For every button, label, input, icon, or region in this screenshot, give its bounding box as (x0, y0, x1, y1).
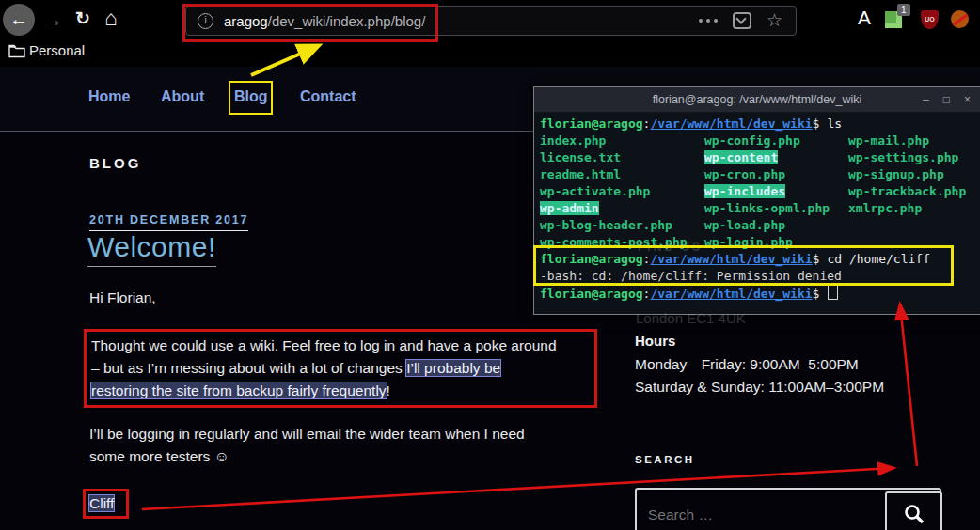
terminal-ls-row: wp-activate.phpwp-includeswp-trackback.p… (540, 183, 980, 200)
nav-about[interactable]: About (161, 88, 204, 105)
search-input[interactable] (637, 490, 885, 530)
terminal-cursor (828, 285, 838, 300)
signature-selected: Cliff (89, 495, 114, 511)
hours-weekday: Monday—Friday: 9:00AM–5:00PM (635, 353, 859, 376)
terminal-window[interactable]: florian@aragog: /var/www/html/dev_wiki –… (533, 86, 980, 315)
terminal-line-prompt-cd: florian@aragog:/var/www/html/dev_wiki$cd… (540, 251, 980, 268)
post-title-link[interactable]: Welcome! (87, 231, 216, 267)
extension-a-icon[interactable]: A (858, 7, 871, 29)
p2-line1: I’ll be logging in regularly and will em… (89, 426, 525, 442)
nav-contact[interactable]: Contact (300, 88, 356, 105)
window-close-icon[interactable]: × (964, 87, 971, 112)
p2-line2: some more testers ☺ (89, 448, 229, 464)
terminal-ls-row: license.txtwp-contentwp-settings.php (540, 149, 980, 166)
nav-blog[interactable]: Blog (234, 88, 268, 105)
post-date-link[interactable]: 20TH DECEMBER 2017 (89, 213, 248, 231)
bookmark-folder-icon (8, 44, 25, 62)
p1-line3-selected: restoring the site from backup fairly fr… (91, 382, 387, 398)
search-button[interactable] (885, 491, 942, 530)
terminal-body[interactable]: FIND US London EC1 4UK florian@aragog:/v… (534, 113, 980, 302)
url-text[interactable]: aragog/dev_wiki/index.php/blog/ (224, 13, 425, 29)
terminal-title: florian@aragog: /var/www/html/dev_wiki (653, 93, 862, 106)
paragraph-1: Thought we could use a wiki. Feel free t… (91, 335, 604, 402)
terminal-ls-row: readme.htmlwp-cron.phpwp-signup.php (540, 166, 980, 183)
terminal-line-error: -bash: cd: /home/cliff: Permission denie… (540, 268, 980, 285)
url-bar[interactable]: i aragog/dev_wiki/index.php/blog/ ☆ (185, 6, 797, 36)
bleedthrough-find-us: FIND US (638, 241, 703, 254)
reload-button[interactable]: ↻ (75, 8, 90, 29)
home-button[interactable]: ⌂ (104, 6, 118, 31)
terminal-ls-row: wp-adminwp-links-opml.phpxmlrpc.php (540, 200, 980, 217)
bleedthrough-address: London EC1 4UK (636, 310, 746, 326)
search-heading: SEARCH (635, 454, 695, 465)
section-heading: BLOG (89, 155, 141, 171)
hours-weekend: Saturday & Sunday: 11:00AM–3:00PM (635, 376, 884, 398)
p1-line3-post: ! (387, 382, 390, 398)
p1-line1: Thought we could use a wiki. Feel free t… (91, 337, 557, 353)
extension-badge: 1 (897, 4, 910, 16)
signature: Cliff (89, 492, 114, 515)
hours-heading: Hours (635, 333, 675, 349)
extension-blocker-icon[interactable] (951, 10, 969, 28)
greeting-text: Hi Florian, (89, 287, 156, 309)
terminal-ls-row: wp-comments-post.phpwp-login.php (540, 234, 980, 251)
terminal-ls-row: index.phpwp-config.phpwp-mail.php (540, 132, 980, 149)
terminal-line-prompt-ls: florian@aragog:/var/www/html/dev_wiki$ls (540, 116, 980, 132)
p1-line2-pre: – but as I’m messing about with a lot of… (91, 360, 406, 376)
terminal-line-prompt-idle: florian@aragog:/var/www/html/dev_wiki$ (540, 285, 980, 302)
screen: ← → ↻ ⌂ i aragog/dev_wiki/index.php/blog… (0, 0, 980, 530)
p1-line2-selected: I’ll probably be (406, 360, 500, 376)
window-minimize-icon[interactable]: – (923, 87, 929, 112)
terminal-ls-row: wp-blog-header.phpwp-load.php (540, 217, 980, 234)
ublock-origin-icon[interactable]: UO (921, 10, 939, 29)
bookmark-personal[interactable]: Personal (29, 42, 85, 58)
url-path: /dev_wiki/index.php/blog/ (268, 13, 426, 29)
paragraph-2: I’ll be logging in regularly and will em… (89, 423, 602, 468)
site-info-icon[interactable]: i (198, 13, 213, 29)
forward-button[interactable]: → (43, 8, 63, 31)
url-host: aragog (224, 13, 268, 29)
terminal-titlebar[interactable]: florian@aragog: /var/www/html/dev_wiki –… (534, 87, 980, 113)
bookmark-star-icon[interactable]: ☆ (767, 13, 782, 28)
browser-toolbar: ← → ↻ ⌂ i aragog/dev_wiki/index.php/blog… (0, 0, 980, 67)
back-button[interactable]: ← (3, 4, 35, 36)
magnifier-icon (902, 502, 926, 526)
window-maximize-icon[interactable]: □ (943, 87, 950, 112)
pocket-icon[interactable] (733, 12, 751, 29)
nav-home[interactable]: Home (88, 88, 130, 105)
page-actions-icon[interactable] (699, 19, 718, 23)
